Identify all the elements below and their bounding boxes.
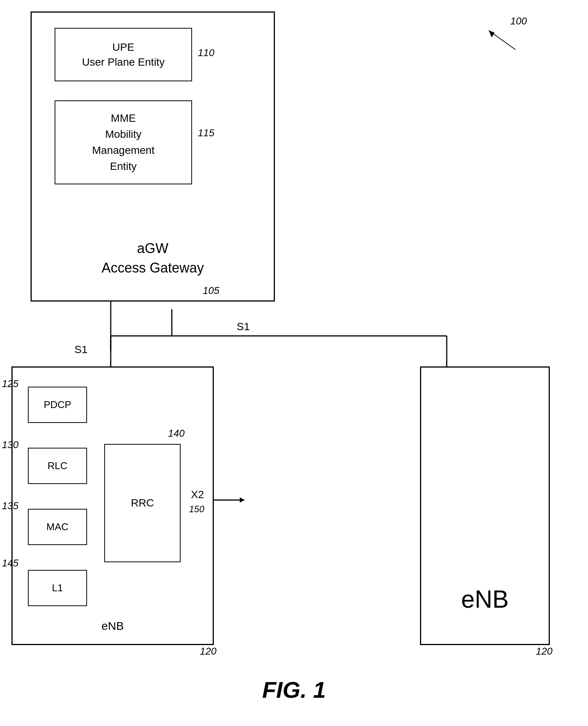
rlc-box: RLC: [28, 448, 87, 484]
agw-ref-label: 105: [203, 285, 219, 296]
mac-box: MAC: [28, 509, 87, 545]
mac-ref: 135: [2, 500, 18, 512]
x2-ref: 150: [189, 504, 204, 515]
enb-right-text: eNB: [461, 586, 509, 613]
enb-left-box: PDCP RLC MAC L1 RRC eNB 120: [11, 366, 214, 645]
upe-line2: User Plane Entity: [82, 56, 165, 68]
l1-ref: 145: [2, 557, 18, 569]
svg-marker-9: [240, 497, 244, 503]
rlc-ref: 130: [2, 439, 18, 451]
mme-line3: Management: [92, 144, 154, 156]
rrc-ref-text: 140: [168, 428, 184, 439]
s1-left-text: S1: [74, 344, 87, 355]
diagram: 100 UPE User Plane Entity 110 MME Mobili…: [0, 0, 588, 726]
enb-left-label: eNB: [13, 620, 213, 632]
pdcp-ref: 125: [2, 378, 18, 390]
l1-label: L1: [52, 582, 63, 594]
enb-left-ref: 120: [200, 645, 216, 657]
upe-text: UPE User Plane Entity: [82, 40, 165, 69]
pdcp-ref-text: 125: [2, 378, 18, 389]
ref-100: 100: [510, 15, 527, 27]
l1-ref-text: 145: [2, 557, 18, 569]
mme-line1: MME: [111, 112, 136, 124]
rrc-ref: 140: [168, 428, 184, 439]
enb-right-label: eNB: [421, 585, 549, 613]
agw-label: aGW Access Gateway: [32, 239, 274, 277]
fig-label-text: FIG. 1: [262, 677, 326, 703]
svg-line-0: [489, 31, 515, 50]
rrc-box: RRC: [104, 444, 181, 562]
mme-box: MME Mobility Management Entity: [55, 100, 192, 184]
ref-100-label: 100: [510, 15, 527, 27]
x2-label: X2: [191, 489, 204, 501]
agw-box: UPE User Plane Entity 110 MME Mobility M…: [31, 11, 275, 302]
upe-box: UPE User Plane Entity: [55, 28, 192, 81]
rlc-label: RLC: [47, 460, 67, 472]
enb-right-ref-text: 120: [536, 645, 552, 657]
l1-box: L1: [28, 570, 87, 606]
mac-label: MAC: [47, 521, 69, 533]
upe-ref: 110: [198, 47, 214, 59]
upe-line1: UPE: [112, 41, 134, 53]
x2-ref-text: 150: [189, 504, 204, 514]
fig-label: FIG. 1: [0, 677, 588, 703]
mme-line4: Entity: [110, 160, 137, 172]
mac-ref-text: 135: [2, 500, 18, 511]
s1-top-text: S1: [237, 321, 250, 332]
rlc-ref-text: 130: [2, 439, 18, 450]
enb-right-box: eNB 120: [420, 366, 550, 645]
pdcp-label: PDCP: [44, 399, 71, 411]
svg-marker-1: [489, 31, 494, 37]
x2-text: X2: [191, 489, 204, 500]
agw-line1: aGW: [137, 240, 168, 256]
mme-line2: Mobility: [105, 128, 142, 140]
enb-left-text: eNB: [102, 620, 124, 632]
enb-right-ref: 120: [536, 645, 552, 657]
s1-label-top: S1: [237, 321, 250, 333]
mme-ref-label: 115: [198, 127, 214, 139]
rrc-label: RRC: [131, 497, 154, 509]
mme-text: MME Mobility Management Entity: [92, 110, 154, 174]
s1-label-left: S1: [74, 344, 87, 356]
agw-ref: 105: [203, 285, 219, 297]
enb-left-ref-text: 120: [200, 645, 216, 657]
mme-ref: 115: [198, 127, 214, 139]
agw-line2: Access Gateway: [102, 260, 204, 276]
pdcp-box: PDCP: [28, 387, 87, 423]
upe-ref-label: 110: [198, 47, 214, 58]
